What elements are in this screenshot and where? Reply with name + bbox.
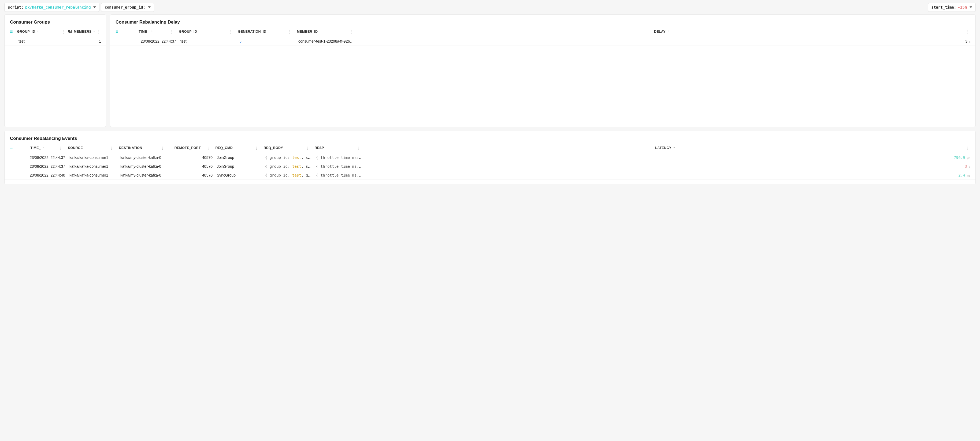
drag-handle-icon[interactable]: ≡ xyxy=(113,29,121,34)
column-menu-icon[interactable]: ⋮ xyxy=(965,146,970,150)
cell-resp: { throttle_time_ms: 0… xyxy=(314,155,365,160)
cell-destination: kafka/my-cluster-kafka-0 xyxy=(118,155,169,160)
table-header: ≡ GROUP_ID ⌃ ⋮ NUM_MEMBERS ⌃ ⋮ xyxy=(5,27,106,37)
rebalancing-delay-table: ≡ TIME_ ⌃ ⋮ GROUP_ID ⋮ GENERATION_ID ⋮ M… xyxy=(110,27,975,46)
table-body: test 1 xyxy=(5,37,106,46)
col-time[interactable]: TIME_ ⌃ ⋮ xyxy=(121,30,177,34)
consumer-group-selector[interactable]: consumer_group_id: xyxy=(101,3,154,12)
column-menu-icon[interactable]: ⋮ xyxy=(58,146,64,150)
table-header: ≡ TIME_ ⌃ ⋮ SOURCE ⋮ DESTINATION ⋮ REMOT… xyxy=(5,143,975,153)
col-num-members[interactable]: NUM_MEMBERS ⌃ ⋮ xyxy=(68,30,103,34)
script-selector[interactable]: script: px/kafka_consumer_rebalancing xyxy=(4,3,99,12)
table-row[interactable]: 23/08/2022, 22:44:37kafka/kafka-consumer… xyxy=(5,162,975,171)
cell-remote-port: 40570 xyxy=(169,164,215,168)
cell-delay: 3s xyxy=(358,39,973,43)
table-body: 23/08/2022, 22:44:37 test 5 consumer-tes… xyxy=(110,37,975,46)
cell-resp: { throttle_time_ms: 0… xyxy=(314,173,365,178)
cell-member-id: consumer-test-1-23298a4f-92b0-4… xyxy=(296,39,358,43)
start-time-label: start_time: xyxy=(931,5,956,10)
col-member-id[interactable]: MEMBER_ID ⋮ xyxy=(295,30,356,34)
script-label: script: xyxy=(8,5,24,10)
cell-time: 23/08/2022, 22:44:37 xyxy=(16,155,67,160)
cell-resp: { throttle_time_ms: 0… xyxy=(314,164,365,168)
start-time-selector[interactable]: start_time: -15m xyxy=(928,3,976,12)
chevron-down-icon xyxy=(970,6,972,8)
column-menu-icon[interactable]: ⋮ xyxy=(109,146,115,150)
sort-asc-icon: ⌃ xyxy=(42,146,45,149)
sort-asc-icon: ⌃ xyxy=(93,30,95,33)
col-group-id[interactable]: GROUP_ID ⋮ xyxy=(177,30,236,34)
column-menu-icon[interactable]: ⋮ xyxy=(169,30,175,34)
col-delay[interactable]: DELAY ⌃ ⋮ xyxy=(356,30,973,34)
cell-group-id: test xyxy=(16,39,68,43)
col-group-id[interactable]: GROUP_ID ⌃ ⋮ xyxy=(15,30,68,34)
sort-asc-icon: ⌃ xyxy=(673,146,675,149)
table-body: 23/08/2022, 22:44:37kafka/kafka-consumer… xyxy=(5,153,975,180)
col-req-body[interactable]: REQ_BODY ⋮ xyxy=(262,146,313,150)
col-resp[interactable]: RESP ⋮ xyxy=(313,146,363,150)
col-time[interactable]: TIME_ ⌃ ⋮ xyxy=(15,146,66,150)
chevron-down-icon xyxy=(148,6,151,8)
drag-handle-icon[interactable]: ≡ xyxy=(7,29,15,34)
cell-time: 23/08/2022, 22:44:40 xyxy=(16,173,67,178)
table-row[interactable]: test 1 xyxy=(5,37,106,46)
column-menu-icon[interactable]: ⋮ xyxy=(254,146,259,150)
col-remote-port[interactable]: REMOTE_PORT ⋮ xyxy=(168,146,213,150)
column-menu-icon[interactable]: ⋮ xyxy=(160,146,165,150)
col-generation-id[interactable]: GENERATION_ID ⋮ xyxy=(236,30,295,34)
col-latency[interactable]: LATENCY ⌃ ⋮ xyxy=(363,146,973,150)
cell-time: 23/08/2022, 22:44:37 xyxy=(122,39,178,43)
panel-title: Consumer Rebalancing Events xyxy=(5,131,975,143)
rebalancing-delay-panel: Consumer Rebalancing Delay ≡ TIME_ ⌃ ⋮ G… xyxy=(110,14,976,127)
column-menu-icon[interactable]: ⋮ xyxy=(228,30,234,34)
cell-req-cmd: SyncGroup xyxy=(215,173,263,178)
column-menu-icon[interactable]: ⋮ xyxy=(304,146,310,150)
cell-req-body: { group_id: test, gene… xyxy=(263,173,314,178)
cell-req-body: { group_id: test, sess… xyxy=(263,164,314,168)
consumer-groups-table: ≡ GROUP_ID ⌃ ⋮ NUM_MEMBERS ⌃ ⋮ test 1 xyxy=(5,27,106,46)
cell-source: kafka/kafka-consumer1 xyxy=(67,164,118,168)
script-value: px/kafka_consumer_rebalancing xyxy=(25,5,91,10)
col-source[interactable]: SOURCE ⋮ xyxy=(66,146,117,150)
cell-time: 23/08/2022, 22:44:37 xyxy=(16,164,67,168)
table-row[interactable]: 23/08/2022, 22:44:37 test 5 consumer-tes… xyxy=(110,37,975,46)
col-destination[interactable]: DESTINATION ⋮ xyxy=(117,146,168,150)
consumer-groups-panel: Consumer Groups ≡ GROUP_ID ⌃ ⋮ NUM_MEMBE… xyxy=(4,14,106,127)
cell-req-cmd: JoinGroup xyxy=(215,155,263,160)
table-header: ≡ TIME_ ⌃ ⋮ GROUP_ID ⋮ GENERATION_ID ⋮ M… xyxy=(110,27,975,37)
cell-req-body: { group_id: test, sess… xyxy=(263,155,314,160)
toolbar: script: px/kafka_consumer_rebalancing co… xyxy=(0,0,980,14)
column-menu-icon[interactable]: ⋮ xyxy=(287,30,293,34)
table-row[interactable]: 23/08/2022, 22:44:37kafka/kafka-consumer… xyxy=(5,153,975,162)
panels-row-1: Consumer Groups ≡ GROUP_ID ⌃ ⋮ NUM_MEMBE… xyxy=(0,14,980,131)
start-time-value: -15m xyxy=(958,5,967,10)
drag-handle-icon[interactable]: ≡ xyxy=(7,146,15,150)
consumer-group-label: consumer_group_id: xyxy=(105,5,145,10)
column-menu-icon[interactable]: ⋮ xyxy=(348,30,354,34)
column-menu-icon[interactable]: ⋮ xyxy=(60,30,66,34)
cell-remote-port: 40570 xyxy=(169,173,215,178)
cell-source: kafka/kafka-consumer1 xyxy=(67,155,118,160)
column-menu-icon[interactable]: ⋮ xyxy=(205,146,211,150)
cell-remote-port: 40570 xyxy=(169,155,215,160)
cell-generation-id[interactable]: 5 xyxy=(237,39,296,43)
cell-latency: 3s xyxy=(365,164,973,168)
sort-asc-icon: ⌃ xyxy=(37,30,39,33)
cell-destination: kafka/my-cluster-kafka-0 xyxy=(118,173,169,178)
cell-req-cmd: JoinGroup xyxy=(215,164,263,168)
panel-title: Consumer Groups xyxy=(5,15,106,27)
chevron-down-icon xyxy=(93,6,96,8)
column-menu-icon[interactable]: ⋮ xyxy=(965,30,970,34)
panel-title: Consumer Rebalancing Delay xyxy=(110,15,975,27)
cell-destination: kafka/my-cluster-kafka-0 xyxy=(118,164,169,168)
rebalancing-events-panel: Consumer Rebalancing Events ≡ TIME_ ⌃ ⋮ … xyxy=(4,131,976,184)
cell-source: kafka/kafka-consumer1 xyxy=(67,173,118,178)
col-req-cmd[interactable]: REQ_CMD ⋮ xyxy=(213,146,262,150)
column-menu-icon[interactable]: ⋮ xyxy=(355,146,361,150)
table-row[interactable]: 23/08/2022, 22:44:40kafka/kafka-consumer… xyxy=(5,171,975,180)
rebalancing-events-table: ≡ TIME_ ⌃ ⋮ SOURCE ⋮ DESTINATION ⋮ REMOT… xyxy=(5,143,975,180)
column-menu-icon[interactable]: ⋮ xyxy=(95,30,101,34)
cell-group-id: test xyxy=(178,39,237,43)
sort-asc-icon: ⌃ xyxy=(151,30,153,33)
cell-num-members: 1 xyxy=(68,39,103,43)
